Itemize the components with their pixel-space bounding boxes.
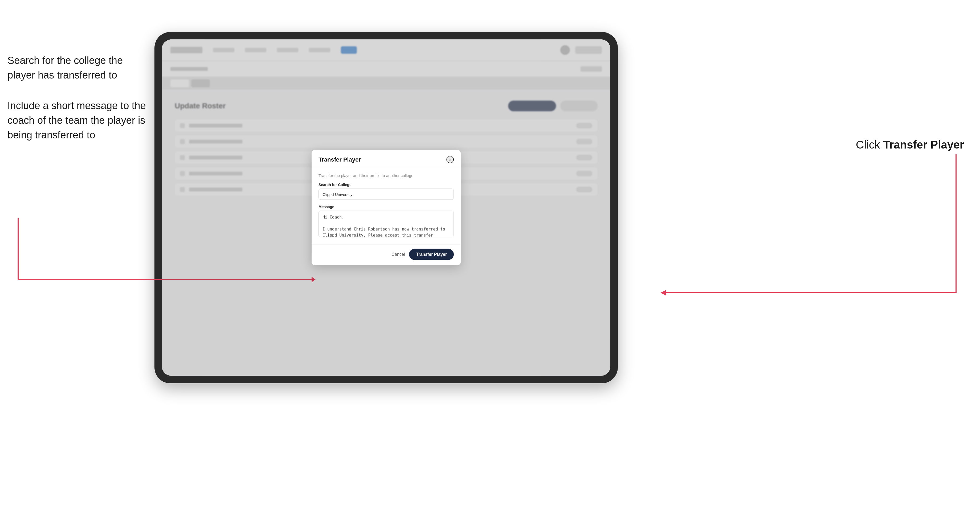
annotation-left: Search for the college the player has tr… — [8, 53, 146, 142]
annotation-text-bottom: Include a short message to the coach of … — [8, 98, 146, 142]
modal-title: Transfer Player — [318, 156, 361, 163]
cancel-button[interactable]: Cancel — [392, 252, 405, 257]
ipad-frame: Update Roster — [154, 32, 618, 383]
modal-footer: Cancel Transfer Player — [312, 244, 461, 265]
modal-overlay: Transfer Player × Transfer the player an… — [162, 40, 610, 376]
svg-marker-5 — [660, 290, 666, 295]
transfer-player-button[interactable]: Transfer Player — [409, 249, 454, 260]
annotation-right-bold: Transfer Player — [883, 138, 964, 151]
ipad-screen: Update Roster — [162, 40, 610, 376]
modal-body: Transfer the player and their profile to… — [312, 167, 461, 244]
annotation-right-text: Click — [856, 138, 880, 151]
annotation-text-top: Search for the college the player has tr… — [8, 53, 146, 83]
message-label: Message — [318, 205, 454, 209]
search-college-label: Search for College — [318, 183, 454, 187]
annotation-right: Click Transfer Player — [856, 138, 964, 151]
modal-subtitle: Transfer the player and their profile to… — [318, 173, 454, 178]
search-college-input[interactable] — [318, 189, 454, 200]
transfer-player-modal: Transfer Player × Transfer the player an… — [312, 150, 461, 265]
message-textarea[interactable] — [318, 211, 454, 237]
modal-close-button[interactable]: × — [446, 156, 454, 163]
modal-header: Transfer Player × — [312, 150, 461, 167]
